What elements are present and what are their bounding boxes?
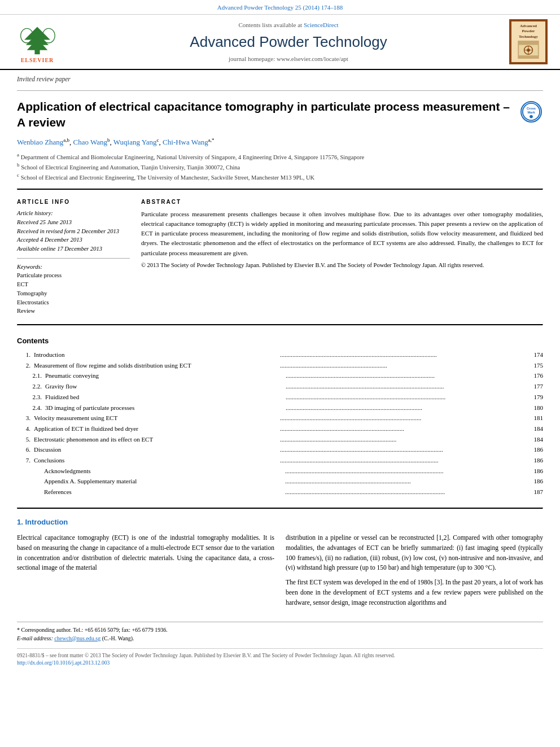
- elsevier-text: ELSEVIER: [21, 56, 54, 64]
- paper-title-text: Application of electrical capacitance to…: [17, 99, 520, 130]
- divider-4: [17, 508, 543, 509]
- toc-item-2-3: 2.3. Fluidized bed .....................…: [17, 392, 543, 403]
- keyword-1: Particulate process: [17, 272, 130, 280]
- authors-list: Wenbiao Zhanga,b, Chao Wangb, Wuqiang Ya…: [17, 133, 543, 149]
- divider-1: [17, 90, 543, 91]
- footer-doi[interactable]: http://dx.doi.org/10.1016/j.apt.2013.12.…: [17, 659, 543, 667]
- intro-body: Electrical capacitance tomography (ECT) …: [17, 530, 543, 616]
- author-4: Chi-Hwa Wang: [163, 138, 208, 146]
- keyword-5: Review: [17, 307, 130, 316]
- keyword-2: ECT: [17, 281, 130, 289]
- toc-item-2-1: 2.1. Pneumatic conveying ...............…: [17, 370, 543, 381]
- received-date: Received 25 June 2013: [17, 219, 130, 227]
- toc-item-appendix: Appendix A. Supplementary material .....…: [17, 476, 543, 487]
- footnote-email: E-mail address: chewch@nus.edu.sg (C.-H.…: [17, 634, 543, 643]
- journal-header: ELSEVIER Contents lists available at Sci…: [0, 15, 560, 70]
- toc-item-6: 6. Discussion ..........................…: [17, 444, 543, 455]
- abstract-heading: ABSTRACT: [141, 198, 543, 206]
- intro-text-right-2: The first ECT system was developed in th…: [286, 578, 543, 608]
- toc-item-2-4: 2.4. 3D imaging of particulate processes…: [17, 403, 543, 413]
- article-info-abstract: ARTICLE INFO Article history: Received 2…: [17, 195, 543, 320]
- intro-text-right: distribution in a pipeline or vessel can…: [286, 533, 543, 573]
- svg-point-15: [530, 115, 533, 119]
- author-2: Chao Wang: [73, 138, 107, 146]
- crossmark-icon: Cross Mark: [522, 102, 541, 122]
- footer-issn: 0921-8831/$ – see front matter © 2013 Th…: [17, 652, 543, 659]
- journal-homepage: journal homepage: www.elsevier.com/locat…: [71, 55, 506, 63]
- article-info-col: ARTICLE INFO Article history: Received 2…: [17, 198, 130, 316]
- toc-table: 1. Introduction ........................…: [17, 350, 543, 497]
- affiliation-b: b School of Electrical Engineering and A…: [17, 161, 543, 172]
- contents-title: Contents: [17, 336, 543, 346]
- journal-cover-badge: AdvancedPowderTechnology: [509, 19, 548, 64]
- elsevier-logo: ELSEVIER: [9, 19, 71, 64]
- badge-text: AdvancedPowderTechnology: [519, 24, 538, 39]
- revised-date: Received in revised form 2 December 2013: [17, 228, 130, 236]
- keywords-section: Keywords: Particulate process ECT Tomogr…: [17, 263, 130, 316]
- footnote-star: * Corresponding author. Tel.: +65 6516 5…: [17, 626, 543, 634]
- keywords-label: Keywords:: [17, 263, 130, 272]
- history-label: Article history:: [17, 209, 130, 218]
- intro-text-left: Electrical capacitance tomography (ECT) …: [17, 533, 274, 573]
- email-link[interactable]: chewch@nus.edu.sg: [54, 635, 100, 641]
- accepted-date: Accepted 4 December 2013: [17, 236, 130, 244]
- keyword-4: Electrostatics: [17, 299, 130, 307]
- badge-cover-icon: [517, 41, 540, 59]
- toc-item-4: 4. Application of ECT in fluidized bed d…: [17, 423, 543, 434]
- elsevier-tree-icon: [15, 24, 60, 55]
- journal-badge: AdvancedPowderTechnology: [506, 19, 551, 64]
- toc-item-ack: Acknowledgments ........................…: [17, 466, 543, 477]
- toc-item-2: 2. Measurement of flow regime and solids…: [17, 360, 543, 371]
- abstract-text: Particulate process measurement presents…: [141, 209, 543, 257]
- sciencedirect-link[interactable]: ScienceDirect: [304, 21, 339, 28]
- footnotes: * Corresponding author. Tel.: +65 6516 5…: [17, 622, 543, 643]
- divider-2: [17, 189, 543, 190]
- journal-name: Advanced Powder Technology: [71, 32, 506, 52]
- affiliation-a: a Department of Chemical and Biomolecula…: [17, 151, 543, 161]
- toc-item-3: 3. Velocity measurement using ECT ......…: [17, 413, 543, 423]
- author-1: Wenbiao Zhang: [17, 138, 63, 146]
- journal-reference: Advanced Powder Technology 25 (2014) 174…: [0, 0, 560, 15]
- divider-3: [17, 324, 543, 326]
- crossmark-badge: Cross Mark: [520, 101, 543, 124]
- paper-title: Application of electrical capacitance to…: [17, 95, 543, 133]
- toc-item-7: 7. Conclusions .........................…: [17, 455, 543, 466]
- toc-item-2-2: 2.2. Gravity flow ......................…: [17, 381, 543, 392]
- affiliations: a Department of Chemical and Biomolecula…: [17, 149, 543, 185]
- intro-col-left: Electrical capacitance tomography (ECT) …: [17, 533, 274, 613]
- online-date: Available online 17 December 2013: [17, 245, 130, 254]
- contents-section: Contents 1. Introduction ...............…: [17, 330, 543, 503]
- affiliation-c: c School of Electrical and Electronic En…: [17, 172, 543, 182]
- keyword-3: Tomography: [17, 290, 130, 298]
- page-footer: 0921-8831/$ – see front matter © 2013 Th…: [17, 648, 543, 667]
- journal-title-area: Contents lists available at ScienceDirec…: [71, 21, 506, 63]
- paper-type-label: Invited review paper: [17, 70, 543, 86]
- toc-item-5: 5. Electrostatic phenomenon and its effe…: [17, 434, 543, 445]
- toc-item-references: References .............................…: [17, 487, 543, 497]
- author-3: Wuqiang Yang: [113, 138, 157, 146]
- svg-text:Mark: Mark: [527, 111, 535, 114]
- main-content: Invited review paper Application of elec…: [0, 70, 560, 667]
- copyright-notice: © 2013 The Society of Powder Technology …: [141, 261, 543, 270]
- toc-item-1: 1. Introduction ........................…: [17, 350, 543, 360]
- article-history: Article history: Received 25 June 2013 R…: [17, 209, 130, 253]
- sciencedirect-label: Contents lists available at ScienceDirec…: [71, 21, 506, 29]
- svg-text:Cross: Cross: [527, 107, 536, 111]
- divider-keywords: [17, 258, 130, 259]
- intro-col-right: distribution in a pipeline or vessel can…: [286, 533, 543, 613]
- intro-section-title: 1. Introduction: [17, 514, 543, 530]
- abstract-col: ABSTRACT Particulate process measurement…: [141, 198, 543, 316]
- article-info-heading: ARTICLE INFO: [17, 198, 130, 206]
